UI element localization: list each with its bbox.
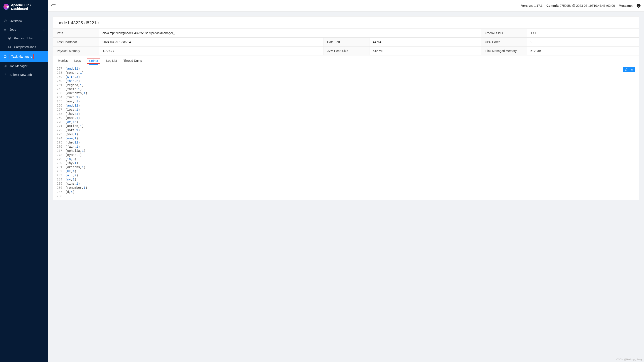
stdout-line: 259(with,3) [53,75,639,79]
port-value: 44764 [369,38,481,46]
line-content: (in,3) [65,157,76,161]
cores-value: 2 [527,38,639,46]
line-content: (remember,1) [65,186,87,190]
flink-logo [4,4,9,10]
sidebar-header: Apache Flink Dashboard [0,0,48,13]
stdout-line: 275(the,22) [53,141,639,145]
stdout-line: 283(all,2) [53,174,639,178]
chevron-up-icon [42,28,46,31]
tab-threaddump[interactable]: Thread Dump [123,58,142,65]
stdout-line: 267(lose,1) [53,108,639,112]
download-button[interactable] [629,67,635,72]
main-nav: Overview Jobs Running Jobs [0,16,48,79]
stdout-line: 278(nymph,1) [53,153,639,157]
line-number: 267 [53,108,65,112]
svg-rect-7 [6,66,6,67]
line-content: (the,22) [65,141,80,145]
line-content: (moment,1) [65,71,84,75]
refresh-button[interactable] [623,67,629,72]
line-number: 261 [53,83,65,87]
nav-task-managers[interactable]: Task Managers [0,51,48,62]
nav-label: Task Managers [10,54,34,59]
line-content: (of,15) [65,120,78,124]
sidebar-toggle[interactable] [52,4,56,7]
commit-info: Commit: 2750d5c @ 2023-05-19T10:45:46+02… [546,4,615,7]
line-content: (you,1) [65,132,78,137]
play-icon [8,36,11,40]
message-badge[interactable]: 0 [636,4,640,7]
stdout-line: 276(fair,1) [53,145,639,149]
port-label: Data Port [324,38,369,46]
managed-label: Flink Managed Memory [481,46,527,55]
line-number: 271 [53,124,65,128]
nav-submit-job[interactable]: Submit New Job [0,70,48,79]
line-number: 258 [53,71,65,75]
line-number: 284 [53,178,65,182]
line-number: 257 [53,67,65,71]
line-number: 285 [53,182,65,186]
stdout-line: 271(action,1) [53,124,639,128]
heap-value: 512 MB [369,46,481,55]
build-icon [4,64,7,68]
stdout-line: 257(and,11) [53,67,639,71]
line-content: (sins,1) [65,182,80,186]
refresh-icon [625,68,628,71]
path-label: Path [53,29,99,38]
tab-stdout[interactable]: Stdout [87,58,100,64]
line-number: 276 [53,145,65,149]
line-number: 277 [53,149,65,153]
schedule-icon [4,55,7,58]
line-number: 262 [53,87,65,91]
line-number: 264 [53,95,65,100]
stdout-line: 282(be,4) [53,169,639,174]
line-number: 288 [53,194,65,198]
line-content: (action,1) [65,124,84,128]
watermark: CSDN @Hadoop_Liang [616,358,642,361]
physmem-value: 1.72 GB [99,46,324,55]
stdout-line: 274(now,1) [53,137,639,141]
line-content: (thy,1) [65,161,78,165]
line-number: 266 [53,104,65,108]
stdout-line: 265(awry,1) [53,100,639,104]
task-manager-card: node1:43225-d8221c Path akka.tcp://flink… [53,16,639,200]
nav-label: Overview [10,19,22,23]
nav-job-manager[interactable]: Job Manager [0,62,48,70]
stdout-line: 268(the,21) [53,112,639,116]
svg-rect-5 [6,65,6,66]
line-content: (turn,1) [65,95,80,100]
slots-label: Free/All Slots [481,29,527,38]
nav-label: Job Manager [10,64,28,68]
stdout-line: 281(orisons,1) [53,165,639,169]
line-content: (nymph,1) [65,153,82,157]
tab-metrics[interactable]: Metrics [58,58,68,65]
nav-running-jobs[interactable]: Running Jobs [0,34,48,43]
stdout-line: 260(this,2) [53,79,639,83]
line-content: (regard,1) [65,83,84,87]
line-number: 283 [53,174,65,178]
heartbeat-label: Last Heartbeat [53,38,99,46]
nav-label: Completed Jobs [14,45,36,49]
nav-overview[interactable]: Overview [0,16,48,25]
stdout-line: 284(my,1) [53,178,639,182]
line-content: (name,1) [65,116,80,120]
line-content: (this,2) [65,79,80,83]
svg-rect-6 [4,66,5,67]
nav-jobs[interactable]: Jobs [0,25,48,34]
line-content: (lose,1) [65,108,80,112]
tab-loglist[interactable]: Log List [106,58,117,65]
line-number: 259 [53,75,65,79]
heartbeat-value: 2024-03-29 12:36:24 [99,38,324,46]
nav-label: Submit New Job [10,73,32,77]
path-value: akka.tcp://flink@node1:43225/user/rpc/ta… [99,29,481,38]
stdout-line: 288 [53,194,639,198]
message-info: Message: [619,4,633,7]
check-icon [8,45,11,49]
topbar: Version: 1.17.1 Commit: 2750d5c @ 2023-0… [48,0,644,11]
line-number: 282 [53,169,65,174]
line-number: 265 [53,100,65,104]
line-content: (my,1) [65,178,76,182]
tab-logs[interactable]: Logs [74,58,81,65]
nav-completed-jobs[interactable]: Completed Jobs [0,43,48,51]
line-number: 269 [53,116,65,120]
heap-label: JVM Heap Size [324,46,369,55]
